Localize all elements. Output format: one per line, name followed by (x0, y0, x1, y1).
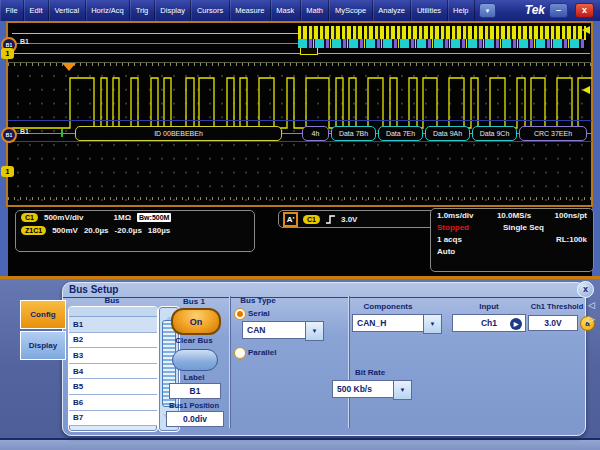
serial-label: Serial (248, 309, 278, 318)
bus-list-item[interactable]: B6 (69, 395, 157, 411)
clear-bus-label: Clear Bus (172, 336, 216, 345)
menu-trig[interactable]: Trig (130, 0, 155, 21)
ch1-position-arrow-icon (577, 86, 590, 94)
parallel-radio[interactable] (234, 347, 246, 359)
bus-upper-bound (8, 120, 592, 121)
divider (229, 296, 230, 428)
acq-count: 1 acqs (437, 235, 462, 244)
divider (348, 296, 349, 428)
trigger-a-badge: A' (283, 212, 298, 227)
decode-data-box: Data 7Bh (331, 126, 376, 141)
tab-display[interactable]: Display (20, 331, 66, 360)
bus1-position-label: Bus1 Position (163, 401, 225, 410)
input-value: Ch1 (481, 318, 497, 328)
bus1-position-field[interactable]: 0.0div (166, 411, 224, 427)
bus-list-item[interactable]: B2 (69, 333, 157, 349)
threshold-field[interactable]: 3.0V (528, 315, 578, 331)
menu-overflow-button[interactable]: ▼ (479, 3, 496, 18)
bus-list-item[interactable]: B5 (69, 379, 157, 395)
bus-badge[interactable]: B1 (1, 127, 17, 143)
serial-type-dropdown-icon[interactable]: ▼ (305, 321, 324, 341)
bus-list-item[interactable]: B4 (69, 364, 157, 380)
zoom-scale: 500mV (52, 226, 78, 235)
input-label: Input (462, 302, 516, 311)
minimize-button[interactable]: – (549, 3, 568, 18)
overview-ch1-marker[interactable]: 1 (1, 48, 14, 59)
ch1-threshold-label: Ch1 Threshold (522, 302, 592, 311)
zoom-time2: -20.0µs (115, 226, 142, 235)
menu-horizacq[interactable]: Horiz/Acq (86, 0, 131, 21)
components-dropdown-icon[interactable]: ▼ (423, 314, 442, 334)
overview-bus-trace (14, 43, 300, 44)
serial-type-select[interactable]: CAN (242, 321, 310, 339)
bit-rate-select[interactable]: 500 Kb/s (332, 380, 398, 398)
ch1-bandwidth: Bw:500M (137, 213, 171, 222)
zoom-time1: 20.0µs (84, 226, 109, 235)
bus-list[interactable]: B1 B2 B3 B4 B5 B6 B7 (68, 306, 158, 432)
bus-list-header (69, 307, 157, 317)
input-expand-icon[interactable]: ▶ (510, 318, 522, 330)
oscilloscope-app: File Edit Vertical Horiz/Acq Trig Displa… (0, 0, 600, 450)
bus1-on-button[interactable]: On (171, 308, 221, 335)
zoom-badge: Z1C1 (21, 226, 46, 235)
bus-start-tick (61, 129, 63, 137)
rising-edge-icon (325, 214, 336, 225)
overview-position-arrow-icon (577, 26, 590, 34)
decode-data-box: Data 7Eh (378, 126, 423, 141)
bus-list-item[interactable]: B3 (69, 348, 157, 364)
horiz-scale: 1.0ms/div (437, 211, 473, 220)
menu-math[interactable]: Math (301, 0, 330, 21)
menu-display[interactable]: Display (155, 0, 192, 21)
dialog-close-button[interactable]: x (577, 281, 594, 298)
serial-radio[interactable] (234, 308, 246, 320)
menu-bar: File Edit Vertical Horiz/Acq Trig Displa… (0, 0, 600, 21)
bus-list-item[interactable]: B1 (69, 317, 157, 333)
ch1-badge: C1 (21, 213, 38, 222)
clear-bus-button[interactable] (172, 349, 218, 371)
overview-bus-decode-strip (298, 39, 584, 48)
decode-data-box: Data 9Ch (472, 126, 517, 141)
zoom-time3: 180µs (148, 226, 170, 235)
bus-list-item[interactable]: B7 (69, 411, 157, 427)
menu-edit[interactable]: Edit (24, 0, 49, 21)
record-length: RL:100k (556, 235, 587, 244)
trigger-mode: Auto (437, 247, 455, 256)
menu-analyze[interactable]: Analyze (373, 0, 412, 21)
menu-file[interactable]: File (0, 0, 24, 21)
close-window-button[interactable]: x (575, 3, 594, 18)
bit-rate-dropdown-icon[interactable]: ▼ (393, 380, 412, 400)
components-select[interactable]: CAN_H (352, 314, 428, 332)
bus-list-label: Bus (92, 296, 132, 305)
dialog-title-divider (63, 297, 585, 298)
parallel-label: Parallel (248, 348, 284, 357)
components-label: Components (354, 302, 422, 311)
menu-help[interactable]: Help (448, 0, 475, 21)
ch1-scale: 500mV/div (44, 213, 84, 222)
label-field-label: Label (174, 373, 214, 382)
ch1-ground-marker[interactable]: 1 (1, 166, 14, 177)
bottom-strip (0, 440, 600, 450)
decode-data-box: Data 9Ah (425, 126, 470, 141)
menu-vertical[interactable]: Vertical (49, 0, 86, 21)
ch1-impedance: 1MΩ (114, 213, 132, 222)
input-field[interactable]: Ch1 ▶ (452, 314, 526, 332)
panel-left-arrow-icon[interactable]: ◁ (588, 300, 595, 310)
trigger-source-badge: C1 (303, 215, 320, 224)
bus-label-field[interactable]: B1 (169, 383, 221, 399)
menu-myscope[interactable]: MyScope (329, 0, 372, 21)
overview-ch1-burst (298, 26, 586, 40)
menu-cursors[interactable]: Cursors (191, 0, 229, 21)
menu-measure[interactable]: Measure (230, 0, 271, 21)
panel-right-arrow-icon[interactable]: ▷ (588, 314, 595, 324)
resolution: 100ns/pt (555, 211, 587, 220)
acq-status: Stopped (437, 223, 469, 232)
overview-ch1-trace (12, 33, 300, 34)
tab-config[interactable]: Config (20, 300, 66, 329)
decode-crc-box: CRC 37EEh (519, 126, 587, 141)
sample-rate: 10.0MS/s (497, 211, 531, 220)
menu-mask[interactable]: Mask (271, 0, 301, 21)
zoom-region-bracket[interactable] (300, 48, 318, 55)
vertical-readout: C1 500mV/div 1MΩ Bw:500M Z1C1 500mV 20.0… (15, 210, 255, 252)
menu-utilities[interactable]: Utilities (411, 0, 447, 21)
bus1-label: Bus 1 (174, 297, 214, 306)
